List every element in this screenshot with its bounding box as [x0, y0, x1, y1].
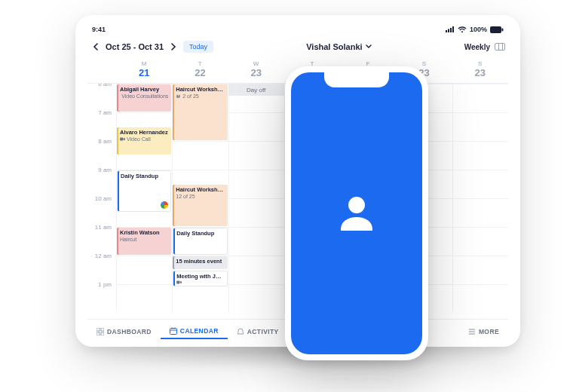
- calendar-event[interactable]: Haircut Workshops12 of 25: [173, 185, 227, 226]
- day-header[interactable]: T22: [172, 60, 228, 78]
- bell-icon: [237, 328, 244, 335]
- view-mode-label[interactable]: Weekly: [464, 43, 490, 51]
- hour-label: 7 am: [87, 109, 116, 138]
- video-icon: [176, 280, 182, 284]
- time-slot[interactable]: [452, 284, 508, 313]
- prev-week-button[interactable]: [90, 41, 101, 52]
- event-subtitle: Video Consultations: [120, 93, 168, 100]
- time-slot[interactable]: [228, 284, 284, 313]
- calendar-owner-dropdown[interactable]: Vishal Solanki: [306, 42, 371, 51]
- time-slot[interactable]: [172, 284, 228, 313]
- calendar-event[interactable]: Haircut Workshops2 of 25: [173, 84, 227, 140]
- time-slot[interactable]: [228, 170, 284, 198]
- hour-label: 10 am: [87, 195, 116, 224]
- event-title: Meeting with Jo…: [176, 274, 223, 280]
- event-subtitle: Haircut: [120, 237, 168, 243]
- time-slot[interactable]: [172, 141, 228, 170]
- tab-dashboard-label: DASHBOARD: [107, 328, 152, 335]
- event-subtitle: Video Call: [120, 136, 168, 142]
- time-slot[interactable]: [228, 112, 284, 141]
- event-title: 15 minutes event: [176, 259, 224, 265]
- svg-rect-16: [101, 332, 104, 335]
- day-header[interactable]: W23: [228, 60, 284, 78]
- time-slot[interactable]: [116, 284, 172, 313]
- day-number: 23: [228, 67, 284, 78]
- svg-rect-4: [490, 26, 501, 33]
- status-right: 100%: [446, 26, 504, 33]
- calendar-icon: [170, 327, 177, 335]
- hour-label: 11 am: [87, 224, 116, 253]
- calendar-event[interactable]: Daily Standup: [117, 170, 171, 212]
- tab-activity[interactable]: ACTIVITY: [228, 325, 288, 338]
- time-slot[interactable]: [228, 256, 284, 284]
- tab-more[interactable]: MORE: [459, 325, 508, 338]
- next-week-button[interactable]: [168, 41, 179, 52]
- calendar-owner-name: Vishal Solanki: [306, 42, 362, 51]
- event-title: Daily Standup: [176, 231, 223, 237]
- day-number: 21: [116, 67, 172, 78]
- time-slot[interactable]: [452, 112, 508, 141]
- google-icon: [161, 201, 168, 209]
- time-slot[interactable]: [452, 84, 508, 112]
- time-slot[interactable]: [452, 141, 508, 170]
- calendar-event[interactable]: Daily Standup: [173, 228, 227, 255]
- event-title: Haircut Workshops: [176, 187, 224, 194]
- event-title: Haircut Workshops: [176, 87, 224, 93]
- calendar-event[interactable]: Abigail HarveyVideo Consultations: [117, 84, 171, 112]
- svg-rect-14: [101, 328, 104, 331]
- dashboard-icon: [97, 328, 104, 335]
- group-icon: [176, 94, 181, 98]
- calendar-event[interactable]: Kristin WatsonHaircut: [117, 228, 171, 255]
- today-button[interactable]: Today: [183, 41, 213, 53]
- menu-icon: [468, 328, 476, 335]
- svg-rect-7: [120, 138, 123, 141]
- wifi-icon: [458, 26, 467, 33]
- calendar-event[interactable]: Alvaro HernandezVideo Call: [117, 127, 171, 155]
- status-bar: 9:41 100%: [87, 26, 508, 39]
- tab-more-label: MORE: [479, 328, 499, 335]
- event-title: Alvaro Hernandez: [120, 130, 168, 136]
- time-slot[interactable]: [228, 198, 284, 227]
- time-slot[interactable]: [116, 256, 172, 284]
- time-slot[interactable]: [452, 227, 508, 256]
- event-subtitle: [176, 280, 223, 284]
- tab-dashboard[interactable]: DASHBOARD: [87, 325, 161, 338]
- svg-point-8: [176, 95, 178, 96]
- time-slot[interactable]: [228, 227, 284, 256]
- svg-rect-3: [452, 26, 454, 32]
- signal-icon: [446, 26, 455, 32]
- battery-icon: [490, 26, 504, 33]
- phone-frame: [285, 66, 428, 360]
- person-icon: [333, 190, 380, 237]
- svg-rect-1: [448, 29, 449, 33]
- svg-rect-13: [97, 328, 100, 331]
- phone-notch: [324, 72, 389, 87]
- calendar-event[interactable]: Meeting with Jo…: [173, 271, 227, 286]
- event-subtitle: 12 of 25: [176, 194, 224, 200]
- time-slot[interactable]: [228, 141, 284, 170]
- day-header[interactable]: M21: [116, 60, 172, 78]
- svg-point-9: [179, 95, 180, 96]
- date-range[interactable]: Oct 25 - Oct 31: [106, 42, 164, 51]
- hour-label: 6 am: [87, 84, 116, 109]
- svg-rect-17: [170, 329, 176, 335]
- battery-text: 100%: [470, 26, 487, 33]
- video-icon: [120, 137, 125, 141]
- tab-calendar-label: CALENDAR: [180, 327, 219, 335]
- day-of-week: M: [116, 60, 172, 67]
- svg-rect-10: [176, 96, 180, 98]
- time-slot[interactable]: [452, 170, 508, 198]
- calendar-event[interactable]: 15 minutes event: [173, 256, 227, 269]
- time-slot[interactable]: [452, 198, 508, 227]
- calendar-header: Oct 25 - Oct 31 Today Vishal Solanki Wee…: [87, 39, 508, 57]
- event-title: Daily Standup: [121, 173, 167, 180]
- time-slot[interactable]: [452, 256, 508, 284]
- day-header[interactable]: S23: [452, 60, 508, 78]
- event-title: Kristin Watson: [120, 230, 168, 237]
- svg-rect-2: [450, 28, 452, 32]
- tab-calendar[interactable]: CALENDAR: [161, 324, 228, 339]
- view-columns-icon[interactable]: [495, 43, 505, 51]
- chevron-down-icon: [366, 44, 372, 49]
- tab-activity-label: ACTIVITY: [247, 328, 279, 335]
- hour-label: 8 am: [87, 138, 116, 167]
